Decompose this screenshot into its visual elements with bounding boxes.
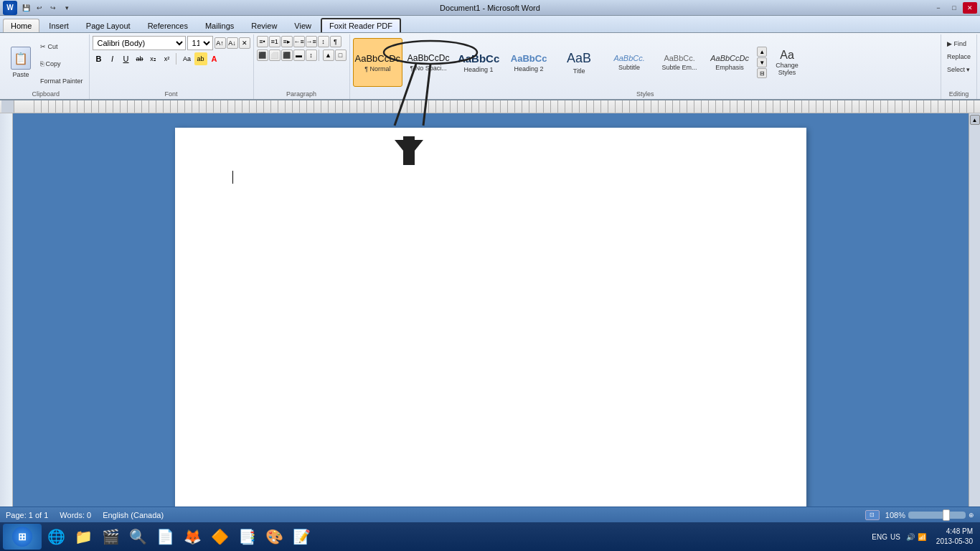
undo-button[interactable]: ↩ bbox=[34, 2, 45, 14]
lang-indicator: ENG bbox=[872, 533, 887, 541]
zoom-in-button[interactable]: ⊕ bbox=[969, 512, 974, 519]
numbering-button[interactable]: ≡1 bbox=[269, 36, 281, 47]
system-tray: ENG US 🔊 📶 4:48 PM 2013-05-30 bbox=[872, 527, 977, 547]
copy-button[interactable]: ⎘ Copy bbox=[37, 59, 86, 69]
font-label: Font bbox=[165, 90, 178, 98]
clear-format-button[interactable]: ✕ bbox=[239, 37, 250, 49]
tab-page-layout[interactable]: Page Layout bbox=[78, 19, 138, 32]
tab-view[interactable]: View bbox=[286, 19, 319, 32]
cut-button[interactable]: ✂ Cut bbox=[37, 42, 86, 52]
ribbon-tabs: Home Insert Page Layout References Maili… bbox=[0, 16, 980, 33]
shrink-font-button[interactable]: A↓ bbox=[227, 37, 238, 49]
vlc-icon[interactable]: 🔶 bbox=[207, 524, 232, 550]
bold-button[interactable]: B bbox=[93, 52, 105, 65]
shading-button[interactable]: ▲ bbox=[323, 50, 334, 61]
style-heading2[interactable]: AaBbCc Heading 2 bbox=[504, 38, 553, 87]
increase-indent-button[interactable]: →≡ bbox=[306, 36, 317, 47]
strikethrough-button[interactable]: ab bbox=[133, 52, 146, 65]
document-canvas[interactable] bbox=[13, 113, 969, 507]
style-no-spacing[interactable]: AaBbCcDc ¶ No Spaci... bbox=[404, 38, 453, 87]
multilevel-button[interactable]: ≡▸ bbox=[281, 36, 293, 47]
start-orb: ⊞ bbox=[12, 527, 32, 547]
highlight-button[interactable]: ab bbox=[194, 52, 207, 65]
zoom-thumb[interactable] bbox=[943, 509, 950, 521]
volume-icon[interactable]: 🔊 bbox=[906, 533, 915, 541]
font-name-select[interactable]: Calibri (Body) bbox=[93, 36, 186, 50]
find-button[interactable]: ▶ Find bbox=[944, 39, 969, 49]
clipboard-label: Clipboard bbox=[32, 90, 60, 98]
font-size-select[interactable]: 11 bbox=[187, 36, 213, 50]
tab-references[interactable]: References bbox=[140, 19, 196, 32]
redo-button[interactable]: ↪ bbox=[47, 2, 59, 14]
sort-button[interactable]: ↕ bbox=[318, 36, 329, 47]
border-button[interactable]: □ bbox=[335, 50, 347, 61]
pdf-icon[interactable]: 📑 bbox=[234, 524, 260, 550]
style-normal[interactable]: AaBbCcDc ¶ Normal bbox=[353, 38, 403, 87]
paint-icon[interactable]: 🎨 bbox=[261, 524, 287, 550]
underline-button[interactable]: U bbox=[120, 52, 133, 65]
change-styles-icon: Aa bbox=[780, 49, 794, 62]
ie-icon[interactable]: 🌐 bbox=[43, 524, 69, 550]
tab-review[interactable]: Review bbox=[243, 19, 285, 32]
save-button[interactable]: 💾 bbox=[20, 2, 32, 14]
svg-rect-4 bbox=[403, 136, 415, 165]
styles-scroll-down[interactable]: ▼ bbox=[757, 57, 767, 67]
customize-button[interactable]: ▾ bbox=[61, 2, 72, 14]
ruler-corner bbox=[1, 100, 14, 113]
media-icon[interactable]: 🎬 bbox=[98, 524, 123, 550]
close-button[interactable]: ✕ bbox=[963, 2, 977, 14]
styles-scroll-up[interactable]: ▲ bbox=[757, 47, 767, 57]
change-styles-button[interactable]: Aa Change Styles bbox=[768, 47, 806, 77]
justify-button[interactable]: ▬ bbox=[293, 50, 305, 61]
grow-font-button[interactable]: A↑ bbox=[215, 37, 226, 49]
italic-button[interactable]: I bbox=[106, 52, 119, 65]
style-heading1[interactable]: AaBbCc Heading 1 bbox=[454, 38, 503, 87]
document-page[interactable] bbox=[175, 128, 806, 507]
style-emphasis[interactable]: AaBbCcDc Emphasis bbox=[705, 38, 754, 87]
left-ruler bbox=[0, 113, 13, 507]
editing-group: ▶ Find Replace Select ▾ Editing bbox=[941, 34, 977, 99]
styles-scroll: ▲ ▼ ⊟ bbox=[757, 47, 767, 78]
superscript-button[interactable]: x² bbox=[161, 52, 174, 65]
start-button[interactable]: ⊞ bbox=[3, 524, 42, 550]
acrobat-icon[interactable]: 📄 bbox=[152, 524, 178, 550]
align-left-button[interactable]: ⬛ bbox=[257, 50, 268, 61]
show-marks-button[interactable]: ¶ bbox=[330, 36, 341, 47]
tab-mailings[interactable]: Mailings bbox=[197, 19, 242, 32]
minimize-button[interactable]: − bbox=[931, 2, 946, 14]
subscript-button[interactable]: x₂ bbox=[147, 52, 160, 65]
scrollbar-vertical[interactable]: ▲ bbox=[969, 113, 980, 507]
decrease-indent-button[interactable]: ←≡ bbox=[293, 36, 305, 47]
ribbon: 📋 Paste ✂ Cut ⎘ Copy Format Painter Clip… bbox=[0, 33, 980, 100]
word-icon: W bbox=[3, 1, 17, 15]
format-painter-button[interactable]: Format Painter bbox=[37, 76, 86, 86]
tab-home[interactable]: Home bbox=[3, 19, 39, 32]
scroll-up-button[interactable]: ▲ bbox=[970, 115, 980, 125]
style-subtle-em[interactable]: AaBbCc. Subtle Em... bbox=[655, 38, 704, 87]
restore-button[interactable]: □ bbox=[947, 2, 961, 14]
font-color-button[interactable]: A bbox=[208, 52, 221, 65]
document-area: ▲ bbox=[0, 113, 980, 507]
line-spacing-button[interactable]: ↕ bbox=[306, 50, 317, 61]
zoom-slider[interactable] bbox=[908, 512, 966, 519]
case-button[interactable]: Aa bbox=[181, 52, 194, 65]
firefox-icon[interactable]: 🦊 bbox=[179, 524, 205, 550]
unknown-icon[interactable]: 🔍 bbox=[125, 524, 151, 550]
paste-button[interactable]: 📋 Paste bbox=[6, 36, 36, 89]
word-taskbar-icon[interactable]: 📝 bbox=[288, 524, 314, 550]
bullets-button[interactable]: ≡• bbox=[257, 36, 268, 47]
view-mode-buttons[interactable]: ⊡ bbox=[865, 510, 880, 520]
replace-button[interactable]: Replace bbox=[944, 52, 974, 62]
tab-foxit[interactable]: Foxit Reader PDF bbox=[321, 18, 401, 32]
explorer-icon[interactable]: 📁 bbox=[70, 524, 96, 550]
select-button[interactable]: Select ▾ bbox=[944, 65, 974, 75]
styles-more[interactable]: ⊟ bbox=[757, 68, 767, 78]
network-icon[interactable]: 📶 bbox=[918, 533, 926, 541]
taskbar: ⊞ 🌐 📁 🎬 🔍 📄 🦊 🔶 📑 🎨 📝 ENG US 🔊 📶 4:48 PM… bbox=[0, 522, 980, 551]
style-subtitle[interactable]: AaBbCc. Subtitle bbox=[605, 38, 654, 87]
align-right-button[interactable]: ⬛ bbox=[281, 50, 293, 61]
tab-insert[interactable]: Insert bbox=[41, 19, 77, 32]
quick-access-toolbar: 💾 ↩ ↪ ▾ bbox=[20, 2, 72, 14]
style-title[interactable]: AaB Title bbox=[555, 38, 603, 87]
align-center-button[interactable]: ⬜ bbox=[269, 50, 281, 61]
